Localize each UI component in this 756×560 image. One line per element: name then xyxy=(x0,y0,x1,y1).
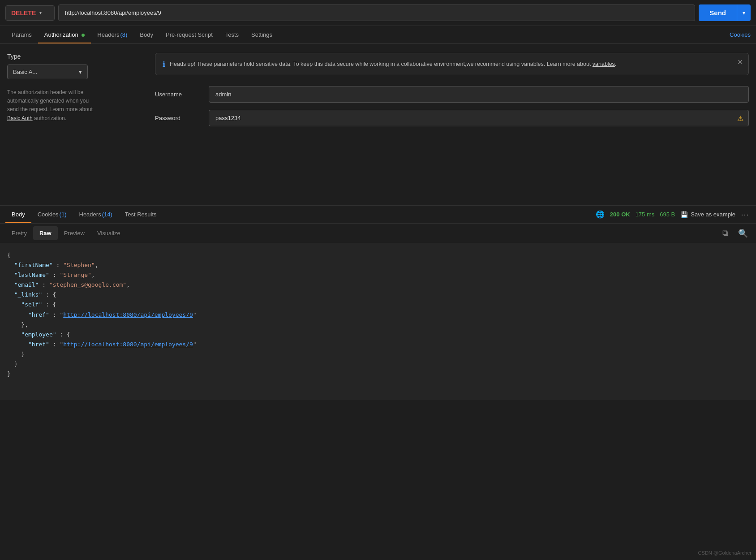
save-icon: 💾 xyxy=(680,211,688,218)
username-label: Username xyxy=(155,91,209,98)
send-dropdown-button[interactable]: ▾ xyxy=(737,4,751,21)
tab-headers[interactable]: Headers(8) xyxy=(91,26,133,43)
copy-button[interactable]: ⧉ xyxy=(720,227,731,240)
auth-section: Type Basic A... ▾ The authorization head… xyxy=(0,44,756,205)
globe-icon: 🌐 xyxy=(596,210,605,219)
response-tab-body[interactable]: Body xyxy=(5,206,31,223)
type-chevron-icon: ▾ xyxy=(79,69,82,75)
view-tab-raw[interactable]: Raw xyxy=(33,226,58,240)
auth-right-panel: ℹ Heads up! These parameters hold sensit… xyxy=(155,53,749,196)
response-tab-test-results[interactable]: Test Results xyxy=(119,206,163,223)
top-bar: DELETE ▾ Send ▾ xyxy=(0,0,756,26)
send-button[interactable]: Send xyxy=(699,4,737,21)
watermark: CSDN @GoldenaArcher xyxy=(698,550,752,556)
response-size: 695 B xyxy=(660,211,675,218)
type-label: Type xyxy=(7,53,142,60)
tab-settings[interactable]: Settings xyxy=(245,26,279,43)
response-meta: 🌐 200 OK 175 ms 695 B 💾 Save as example … xyxy=(596,210,751,220)
more-options-icon[interactable]: ⋯ xyxy=(741,210,749,220)
tab-prerequest[interactable]: Pre-request Script xyxy=(159,26,219,43)
save-example-button[interactable]: 💾 Save as example xyxy=(680,211,735,218)
url-input[interactable] xyxy=(58,4,695,21)
view-actions: ⧉ 🔍 xyxy=(720,227,751,240)
status-badge: 200 OK xyxy=(610,211,630,218)
chevron-down-icon: ▾ xyxy=(39,10,42,15)
username-row: Username xyxy=(155,86,749,103)
view-tab-visualize[interactable]: Visualize xyxy=(91,226,127,240)
response-tab-headers[interactable]: Headers(14) xyxy=(73,206,119,223)
info-banner: ℹ Heads up! These parameters hold sensit… xyxy=(155,53,749,75)
auth-left-panel: Type Basic A... ▾ The authorization head… xyxy=(7,53,142,196)
response-body: { "firstName" : "Stephen", "lastName" : … xyxy=(0,243,756,400)
close-icon[interactable]: ✕ xyxy=(737,58,743,66)
username-input[interactable] xyxy=(209,86,749,103)
auth-description: The authorization header will be automat… xyxy=(7,88,142,123)
view-tab-preview[interactable]: Preview xyxy=(58,226,91,240)
send-button-group: Send ▾ xyxy=(699,4,751,21)
warning-icon: ⚠ xyxy=(737,114,743,122)
basic-auth-link[interactable]: Basic Auth xyxy=(7,115,33,121)
response-time: 175 ms xyxy=(636,211,655,218)
view-tab-pretty[interactable]: Pretty xyxy=(5,226,33,240)
tab-params[interactable]: Params xyxy=(5,26,38,43)
password-row: Password ⚠ xyxy=(155,110,749,126)
tab-tests[interactable]: Tests xyxy=(219,26,245,43)
cookies-link[interactable]: Cookies xyxy=(730,31,751,38)
search-button[interactable]: 🔍 xyxy=(735,227,751,240)
tab-authorization[interactable]: Authorization xyxy=(38,26,91,43)
method-label: DELETE xyxy=(11,9,36,17)
info-icon: ℹ xyxy=(163,60,165,69)
password-label: Password xyxy=(155,115,209,121)
method-dropdown[interactable]: DELETE ▾ xyxy=(5,5,55,21)
type-select-value: Basic A... xyxy=(13,69,37,75)
tab-body[interactable]: Body xyxy=(133,26,159,43)
response-tabs-row: Body Cookies(1) Headers(14) Test Results… xyxy=(0,206,756,224)
response-section: Body Cookies(1) Headers(14) Test Results… xyxy=(0,205,756,400)
response-tab-cookies[interactable]: Cookies(1) xyxy=(31,206,73,223)
password-input[interactable] xyxy=(209,110,749,126)
view-tabs-row: Pretty Raw Preview Visualize ⧉ 🔍 xyxy=(0,224,756,243)
request-tabs-row: Params Authorization Headers(8) Body Pre… xyxy=(0,26,756,44)
info-text: Heads up! These parameters hold sensitiv… xyxy=(170,60,741,69)
variables-link[interactable]: variables xyxy=(593,61,615,67)
authorization-dot xyxy=(82,34,85,37)
password-wrapper: ⚠ xyxy=(209,110,749,126)
type-select-dropdown[interactable]: Basic A... ▾ xyxy=(7,65,88,79)
